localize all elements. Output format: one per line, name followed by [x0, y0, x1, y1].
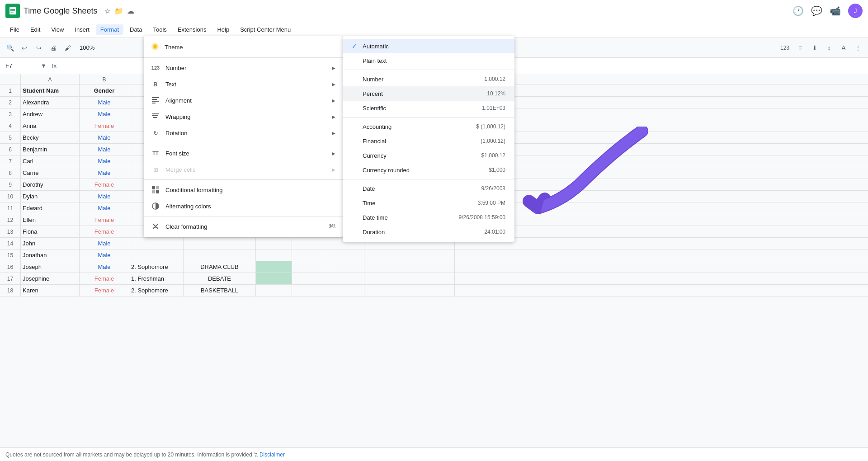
format-menu-conditional[interactable]: Conditional formatting	[144, 182, 343, 198]
cell[interactable]	[292, 249, 328, 261]
cell[interactable]: Anna	[21, 120, 80, 132]
submenu-financial[interactable]: ✓ Financial (1,000.12)	[343, 134, 514, 148]
cell[interactable]: Student Nam	[21, 85, 80, 96]
text-align-button[interactable]: ≡	[794, 42, 807, 54]
cell[interactable]: Becky	[21, 132, 80, 143]
cell[interactable]	[256, 249, 292, 261]
cell[interactable]	[292, 261, 328, 273]
cell[interactable]: Carrie	[21, 167, 80, 179]
cell[interactable]: Andrew	[21, 108, 80, 120]
undo-button[interactable]: ↩	[18, 42, 31, 54]
zoom-display[interactable]: 100%	[76, 43, 98, 52]
cell[interactable]: Male	[80, 238, 129, 249]
cell[interactable]	[364, 273, 455, 284]
cell[interactable]	[184, 238, 256, 249]
cell[interactable]	[256, 261, 292, 273]
format-menu-alignment[interactable]: Alignment ▶	[144, 92, 343, 108]
cell[interactable]: Male	[80, 191, 129, 202]
disclaimer-link[interactable]: Disclaimer	[259, 452, 285, 458]
cell[interactable]	[256, 285, 292, 296]
format-menu-wrapping[interactable]: Wrapping ▶	[144, 108, 343, 125]
cell[interactable]	[256, 273, 292, 284]
cell[interactable]: Female	[80, 120, 129, 132]
submenu-datetime[interactable]: ✓ Date time 9/26/2008 15:59:00	[343, 210, 514, 225]
vertical-align-button[interactable]: ⬇	[808, 42, 821, 54]
menu-help[interactable]: Help	[212, 24, 234, 35]
format-menu-alternating[interactable]: Alternating colors	[144, 198, 343, 214]
menu-tools[interactable]: Tools	[148, 24, 171, 35]
text-rotate-button[interactable]: ↕	[823, 42, 835, 54]
cell[interactable]: Dylan	[21, 191, 80, 202]
cell[interactable]: Female	[80, 226, 129, 237]
cell[interactable]: Female	[80, 179, 129, 190]
cell[interactable]: Male	[80, 144, 129, 155]
format-menu-font-size[interactable]: TT Font size ▶	[144, 145, 343, 161]
cell[interactable]: Female	[80, 285, 129, 296]
cell[interactable]: Alexandra	[21, 97, 80, 108]
cell[interactable]	[364, 285, 455, 296]
format-menu-number[interactable]: 123 Number ▶	[144, 60, 343, 76]
cell[interactable]	[328, 261, 364, 273]
cell[interactable]: Edward	[21, 202, 80, 214]
text-color-button[interactable]: A	[837, 42, 850, 54]
cell[interactable]: Gender	[80, 85, 129, 96]
search-button[interactable]: 🔍	[4, 42, 16, 54]
folder-icon[interactable]: 📁	[114, 7, 123, 15]
cell[interactable]: Fiona	[21, 226, 80, 237]
cell[interactable]	[328, 273, 364, 284]
submenu-number[interactable]: ✓ Number 1,000.12	[343, 72, 514, 86]
col-header-a[interactable]: A	[21, 74, 80, 85]
cell[interactable]: Male	[80, 167, 129, 179]
cell[interactable]	[292, 238, 328, 249]
submenu-currency[interactable]: ✓ Currency $1,000.12	[343, 148, 514, 163]
redo-button[interactable]: ↪	[33, 42, 45, 54]
submenu-plain-text[interactable]: ✓ Plain text	[343, 53, 514, 68]
menu-insert[interactable]: Insert	[70, 24, 94, 35]
menu-view[interactable]: View	[47, 24, 68, 35]
format-menu-theme[interactable]: Theme	[144, 39, 343, 56]
cell[interactable]: 2. Sophomore	[129, 261, 184, 273]
cell[interactable]: Jonathan	[21, 249, 80, 261]
menu-format[interactable]: Format	[96, 24, 123, 35]
cell[interactable]: 2. Sophomore	[129, 285, 184, 296]
cell[interactable]	[129, 238, 184, 249]
cell[interactable]: Male	[80, 155, 129, 167]
meet-icon[interactable]: 📹	[830, 5, 841, 16]
print-button[interactable]: 🖨	[47, 42, 60, 54]
cell[interactable]: Male	[80, 249, 129, 261]
format-paint-button[interactable]: 🖌	[61, 42, 74, 54]
format-menu-text[interactable]: B Text ▶	[144, 76, 343, 92]
col-header-b[interactable]: B	[80, 74, 129, 85]
format-menu-rotation[interactable]: ↻ Rotation ▶	[144, 125, 343, 141]
cell[interactable]	[129, 249, 184, 261]
submenu-currency-rounded[interactable]: ✓ Currency rounded $1,000	[343, 163, 514, 177]
cell[interactable]	[292, 285, 328, 296]
cell[interactable]: Dorothy	[21, 179, 80, 190]
submenu-duration[interactable]: ✓ Duration 24:01:00	[343, 225, 514, 239]
comments-icon[interactable]: 💬	[811, 5, 822, 16]
cell[interactable]: Male	[80, 97, 129, 108]
cell[interactable]	[328, 249, 364, 261]
cell[interactable]: Female	[80, 273, 129, 284]
cell[interactable]	[292, 273, 328, 284]
cell[interactable]: Ellen	[21, 214, 80, 226]
cell[interactable]	[364, 261, 455, 273]
format-menu-clear[interactable]: Clear formatting ⌘\	[144, 218, 343, 235]
cell[interactable]	[184, 249, 256, 261]
cell[interactable]: Male	[80, 202, 129, 214]
menu-extensions[interactable]: Extensions	[173, 24, 211, 35]
cell-reference[interactable]: F7	[4, 61, 35, 70]
more-options-button[interactable]: ⋮	[852, 42, 864, 54]
cell[interactable]	[364, 249, 455, 261]
submenu-scientific[interactable]: ✓ Scientific 1.01E+03	[343, 101, 514, 115]
cell[interactable]: Josephine	[21, 273, 80, 284]
cloud-icon[interactable]: ☁	[127, 7, 134, 15]
cell[interactable]: Male	[80, 261, 129, 273]
cell[interactable]: DEBATE	[184, 273, 256, 284]
submenu-time[interactable]: ✓ Time 3:59:00 PM	[343, 196, 514, 210]
cell[interactable]: Male	[80, 108, 129, 120]
submenu-date[interactable]: ✓ Date 9/26/2008	[343, 181, 514, 196]
format-menu-merge-cells[interactable]: ⊞ Merge cells ▶	[144, 161, 343, 178]
avatar[interactable]: J	[848, 4, 863, 18]
submenu-percent[interactable]: ✓ Percent 10.12%	[343, 86, 514, 101]
